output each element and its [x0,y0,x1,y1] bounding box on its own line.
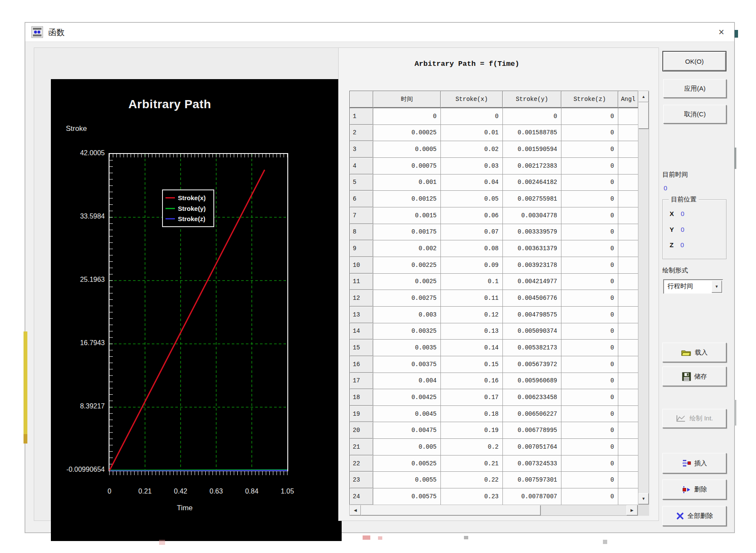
row-number-cell[interactable]: 4 [350,158,373,174]
row-number-cell[interactable]: 10 [350,257,373,274]
dropdown-arrow-button[interactable]: ▼ [712,281,722,293]
table-cell[interactable]: 0 [561,158,618,174]
table-cell[interactable]: 0.0035 [373,340,441,356]
draw-int-button[interactable]: 绘制 Int. [662,409,726,428]
table-cell[interactable] [618,356,638,373]
table-cell[interactable]: 0.12 [441,307,503,323]
row-number-cell[interactable]: 2 [350,125,373,142]
table-cell[interactable]: 0.00475 [373,422,441,439]
table-cell[interactable]: 0.003631379 [503,240,561,257]
table-cell[interactable]: 0.007324533 [503,455,561,472]
table-cell[interactable]: 0 [561,389,618,406]
table-cell[interactable]: 0.0025 [373,274,441,290]
table-cell[interactable]: 0.001590594 [503,141,561,158]
row-number-cell[interactable]: 6 [350,191,373,207]
table-cell[interactable]: 0.00375 [373,356,441,373]
table-cell[interactable]: 0.18 [441,406,503,423]
insert-row-button[interactable]: 插入 [662,453,726,473]
table-cell[interactable]: 0.007597301 [503,472,561,488]
row-number-cell[interactable]: 21 [350,439,373,455]
scroll-left-button[interactable]: ◀ [350,505,361,515]
table-cell[interactable]: 0.11 [441,290,503,307]
row-number-cell[interactable]: 12 [350,290,373,307]
table-cell[interactable] [618,224,638,241]
table-cell[interactable]: 0 [561,125,618,142]
table-cell[interactable] [618,373,638,390]
vertical-scrollbar[interactable]: ▲ ▼ [638,91,649,505]
table-cell[interactable]: 0 [561,406,618,423]
delete-row-button[interactable]: 删除 [662,479,726,500]
table-cell[interactable]: 0.23 [441,488,503,505]
row-number-cell[interactable]: 5 [350,174,373,191]
table-cell[interactable] [618,257,638,274]
table-cell[interactable]: 0 [561,191,618,207]
table-cell[interactable]: 0.002464182 [503,174,561,191]
table-cell[interactable]: 0.15 [441,356,503,373]
row-number-cell[interactable]: 13 [350,307,373,323]
table-cell[interactable] [618,174,638,191]
table-cell[interactable]: 0.005382173 [503,340,561,356]
row-number-cell[interactable]: 24 [350,488,373,505]
table-cell[interactable]: 0 [561,207,618,224]
table-cell[interactable] [618,240,638,257]
row-number-cell[interactable]: 17 [350,373,373,390]
table-cell[interactable]: 0.005960689 [503,373,561,390]
table-cell[interactable]: 0.006778995 [503,422,561,439]
table-cell[interactable]: 0.14 [441,340,503,356]
table-cell[interactable]: 0.001 [373,174,441,191]
table-cell[interactable]: 0 [561,274,618,290]
table-cell[interactable]: 0.004798575 [503,307,561,323]
table-cell[interactable]: 0 [373,108,441,125]
table-cell[interactable]: 0.03 [441,158,503,174]
table-cell[interactable]: 0 [561,307,618,323]
table-cell[interactable]: 0.0055 [373,472,441,488]
table-cell[interactable]: 0.13 [441,323,503,340]
table-cell[interactable]: 0.19 [441,422,503,439]
row-number-cell[interactable]: 15 [350,340,373,356]
table-cell[interactable]: 0.005090374 [503,323,561,340]
table-cell[interactable]: 0.007051764 [503,439,561,455]
table-cell[interactable]: 0.002172383 [503,158,561,174]
table-cell[interactable]: 0 [561,240,618,257]
table-cell[interactable]: 0 [561,472,618,488]
vertical-scroll-thumb[interactable] [638,102,649,129]
table-cell[interactable]: 0.16 [441,373,503,390]
table-cell[interactable]: 0.0045 [373,406,441,423]
table-cell[interactable]: 0.00304778 [503,207,561,224]
table-cell[interactable]: 0.002755981 [503,191,561,207]
table-cell[interactable]: 0 [561,224,618,241]
table-cell[interactable]: 0.0005 [373,141,441,158]
table-cell[interactable]: 0.21 [441,455,503,472]
row-number-cell[interactable]: 11 [350,274,373,290]
table-cell[interactable]: 0.004506776 [503,290,561,307]
row-number-cell[interactable]: 1 [350,108,373,125]
table-cell[interactable]: 0.003 [373,307,441,323]
table-cell[interactable]: 0.0015 [373,207,441,224]
row-number-cell[interactable]: 16 [350,356,373,373]
scroll-up-button[interactable]: ▲ [638,91,649,102]
row-number-cell[interactable]: 22 [350,455,373,472]
table-cell[interactable]: 0 [561,373,618,390]
plot-style-dropdown[interactable]: 行程时间 ▼ [663,279,723,294]
table-cell[interactable] [618,207,638,224]
table-cell[interactable] [618,307,638,323]
table-cell[interactable]: 0.2 [441,439,503,455]
row-number-cell[interactable]: 23 [350,472,373,488]
save-button[interactable]: 储存 [662,367,726,386]
table-cell[interactable]: 0 [561,340,618,356]
table-cell[interactable]: 0.004214977 [503,274,561,290]
table-cell[interactable]: 0.00787007 [503,488,561,505]
table-cell[interactable]: 0.002 [373,240,441,257]
table-cell[interactable]: 0 [561,356,618,373]
table-cell[interactable] [618,406,638,423]
table-cell[interactable] [618,323,638,340]
table-cell[interactable]: 0 [561,141,618,158]
table-cell[interactable]: 0.06 [441,207,503,224]
table-cell[interactable]: 0 [441,108,503,125]
table-cell[interactable] [618,108,638,125]
table-cell[interactable]: 0.003339579 [503,224,561,241]
table-cell[interactable]: 0 [561,439,618,455]
table-cell[interactable] [618,125,638,142]
table-cell[interactable]: 0.08 [441,240,503,257]
table-cell[interactable]: 0.00575 [373,488,441,505]
